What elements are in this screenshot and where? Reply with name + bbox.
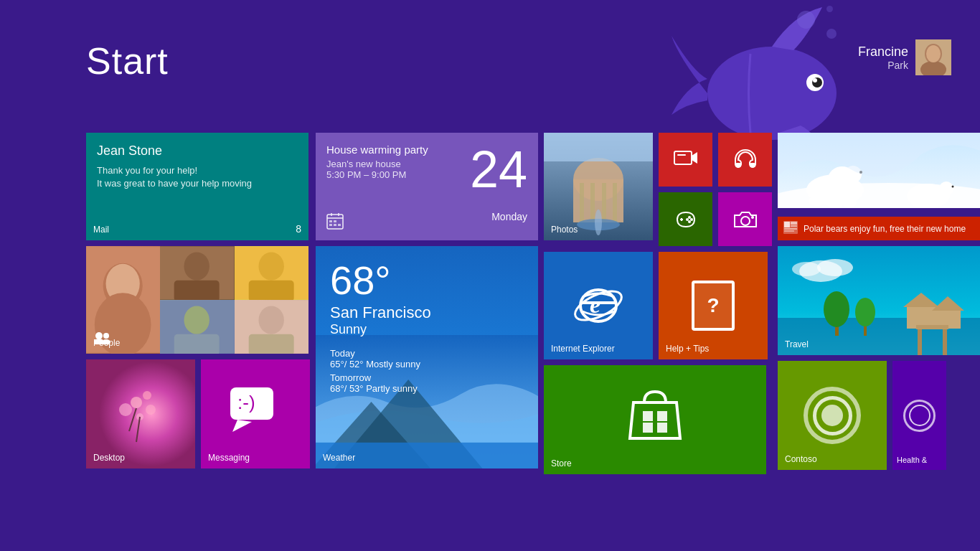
news-icon-small	[783, 221, 798, 236]
svg-rect-60	[613, 183, 617, 222]
ie-label: Internet Explorer	[551, 344, 615, 354]
mail-count: 8	[296, 223, 301, 235]
svg-point-26	[258, 306, 283, 334]
calendar-day: Monday	[491, 211, 527, 222]
svg-point-23	[184, 306, 209, 334]
svg-point-33	[131, 397, 142, 408]
photos-label: Photos	[551, 225, 578, 235]
svg-rect-82	[643, 423, 653, 433]
video-icon	[673, 147, 699, 173]
svg-point-73	[688, 220, 691, 223]
messaging-label: Messaging	[208, 453, 250, 463]
message-bubble-icon: :-)	[227, 380, 284, 448]
people-photo-5	[235, 300, 308, 354]
svg-rect-24	[174, 334, 220, 354]
contoso-icon	[804, 387, 861, 444]
svg-rect-50	[334, 224, 336, 226]
svg-rect-21	[248, 281, 293, 300]
tile-help[interactable]: ? Help + Tips	[659, 252, 768, 359]
svg-point-0	[707, 47, 837, 140]
people-label: People	[93, 338, 120, 348]
tile-video[interactable]	[659, 133, 712, 187]
svg-rect-59	[602, 183, 606, 222]
tile-news-polarbears[interactable]: Polar bears enjoy fun, free their new ho…	[778, 133, 980, 240]
tomorrow-forecast: Tomorrow 68°/ 53° Partly sunny	[330, 372, 524, 394]
mail-body-line1: Thank you for your help!	[97, 164, 298, 177]
polarbears-image	[778, 133, 980, 208]
tile-travel[interactable]: Travel	[778, 246, 980, 355]
small-tiles-group	[659, 133, 772, 246]
weather-condition: Sunny	[330, 322, 524, 337]
svg-marker-65	[692, 152, 697, 164]
tile-mail[interactable]: Jean Stone Thank you for your help! It w…	[86, 133, 308, 240]
svg-rect-114	[916, 325, 948, 329]
svg-point-98	[911, 199, 924, 207]
mail-label: Mail	[93, 225, 109, 235]
svg-rect-105	[784, 230, 794, 232]
tile-weather[interactable]: 68° San Francisco Sunny Today 65°/ 52° M…	[316, 246, 538, 468]
svg-point-121	[792, 262, 821, 276]
svg-point-35	[119, 403, 132, 416]
travel-label: Travel	[785, 339, 809, 349]
tile-desktop[interactable]: Desktop	[86, 359, 195, 468]
svg-rect-63	[544, 133, 653, 161]
weather-forecast: Today 65°/ 52° Mostly sunny Tomorrow 68°…	[330, 348, 524, 394]
svg-point-97	[952, 186, 954, 188]
svg-point-120	[817, 259, 853, 276]
store-bag-icon	[623, 381, 687, 446]
news-text: Polar bears enjoy fun, free their new ho…	[804, 224, 966, 234]
weather-content: 68° San Francisco Sunny Today 65°/ 52° M…	[330, 260, 524, 397]
svg-point-118	[855, 298, 875, 326]
desktop-messaging-row: Desktop :-) Messaging	[86, 359, 310, 468]
people-photo-3	[235, 246, 308, 300]
svg-point-71	[688, 216, 691, 219]
svg-point-116	[824, 291, 849, 327]
tile-music[interactable]	[718, 133, 772, 187]
tile-games[interactable]	[659, 192, 712, 246]
page-title: Start	[86, 39, 169, 83]
user-profile[interactable]: Francine Park	[858, 39, 951, 75]
camera-icon	[732, 207, 758, 232]
tile-contoso[interactable]: Contoso	[778, 361, 887, 470]
tile-camera[interactable]	[718, 192, 772, 246]
svg-point-10	[926, 45, 941, 62]
svg-rect-81	[657, 411, 667, 421]
tiles-container: Jean Stone Thank you for your help! It w…	[86, 133, 980, 474]
svg-rect-51	[338, 224, 341, 226]
svg-point-20	[258, 252, 283, 280]
tile-store[interactable]: Store	[544, 365, 766, 474]
svg-rect-64	[674, 151, 692, 164]
svg-rect-104	[784, 228, 797, 230]
tile-health[interactable]: Health &	[892, 361, 946, 470]
help-label: Help + Tips	[666, 344, 709, 354]
svg-rect-83	[657, 423, 667, 433]
svg-point-62	[595, 209, 602, 235]
store-icon	[623, 381, 687, 459]
svg-point-76	[751, 216, 754, 219]
tile-ie[interactable]: e Internet Explorer	[544, 252, 653, 359]
people-photo-4	[160, 300, 234, 354]
mail-body-line2: It was great to have your help moving	[97, 177, 298, 190]
weather-label: Weather	[323, 453, 355, 463]
svg-rect-68	[750, 163, 755, 167]
svg-rect-47	[329, 220, 332, 222]
ie-help-row: e Internet Explorer ? Help + Tips	[544, 252, 772, 359]
svg-rect-48	[334, 220, 336, 222]
svg-rect-27	[248, 334, 293, 354]
svg-point-74	[686, 218, 689, 221]
svg-rect-112	[918, 329, 922, 355]
column-3: Photos	[544, 133, 772, 474]
health-label: Health &	[897, 456, 927, 464]
contoso-inner-ring	[813, 396, 852, 435]
tile-calendar[interactable]: House warming party Jean's new house 5:3…	[316, 133, 538, 240]
tile-messaging[interactable]: :-) Messaging	[201, 359, 310, 468]
calendar-icon	[326, 212, 344, 233]
svg-point-99	[925, 201, 938, 208]
tile-photos[interactable]: Photos	[544, 133, 653, 240]
svg-rect-67	[735, 163, 741, 167]
svg-rect-58	[590, 183, 595, 222]
tile-people[interactable]: People	[86, 246, 308, 354]
calendar-date: 24	[470, 143, 527, 195]
svg-rect-101	[784, 222, 790, 227]
people-photo-2	[160, 246, 234, 300]
